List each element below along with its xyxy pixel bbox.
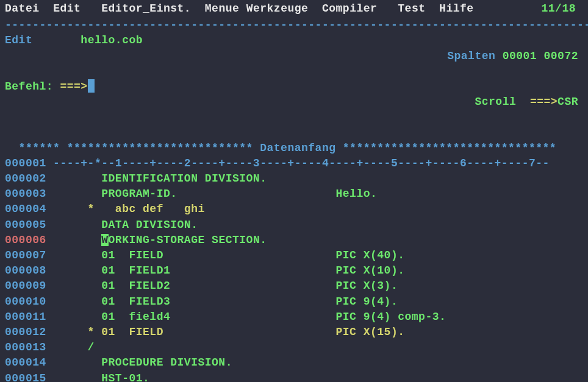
menu-compiler[interactable]: Compiler	[322, 1, 377, 16]
code-text[interactable]: WORKING-STORAGE SECTION.	[46, 233, 267, 248]
code-text[interactable]: 01 FIELD PIC X(40).	[46, 248, 405, 263]
line-number: 000001	[5, 156, 46, 171]
line-number: 000007	[5, 248, 46, 263]
line-number: 000004	[5, 202, 46, 217]
code-line[interactable]: 000001 ----+-*--1----+----2----+----3---…	[0, 156, 588, 171]
line-number: 000002	[5, 171, 46, 186]
line-number: 000006	[5, 233, 46, 248]
code-text[interactable]: HST-01.	[46, 371, 150, 383]
menu-datei[interactable]: Datei	[5, 1, 40, 16]
menu-hilfe[interactable]: Hilfe	[439, 1, 474, 16]
scroll-value[interactable]: CSR	[558, 96, 578, 108]
code-line[interactable]: 000005 DATA DIVISION.	[0, 218, 588, 233]
scroll-label: Scroll	[475, 96, 529, 108]
datenanfang-label: Datenanfang	[260, 142, 335, 154]
code-line[interactable]: 000009 01 FIELD2 PIC X(3).	[0, 278, 588, 294]
text-cursor: W	[101, 234, 108, 246]
code-line[interactable]: 000008 01 FIELD1 PIC X(10).	[0, 263, 588, 278]
spalten-label: Spalten	[447, 50, 495, 62]
menu-menue[interactable]: Menue	[205, 1, 240, 16]
data-start-ruler: ****** *************************** Daten…	[0, 126, 588, 156]
scroll-arrow: ===>	[530, 96, 558, 108]
code-text[interactable]: PROCEDURE DIVISION.	[46, 355, 232, 370]
line-number: 000014	[5, 355, 46, 370]
menu-edit[interactable]: Edit	[53, 1, 81, 16]
code-text[interactable]: 01 FIELD3 PIC 9(4).	[46, 294, 398, 309]
code-line[interactable]: 000010 01 FIELD3 PIC 9(4).	[0, 294, 588, 309]
line-number: 000015	[5, 371, 46, 383]
code-text[interactable]: DATA DIVISION.	[46, 218, 198, 233]
menu-werkzeuge[interactable]: Werkzeuge	[246, 1, 309, 16]
filename: hello.cob	[81, 33, 143, 79]
mode-label: Edit	[5, 33, 32, 79]
command-line[interactable]: Befehl: ===> Scroll ===>CSR	[0, 79, 588, 126]
menubar[interactable]: Datei Edit Editor_Einst. Menue Werkzeuge…	[0, 0, 588, 18]
col-end: 00072	[543, 50, 578, 62]
stars-left: ******	[19, 142, 60, 154]
code-line[interactable]: 000012 * 01 FIELD PIC X(15).	[0, 325, 588, 340]
stars-mid-right: *******************************	[336, 142, 557, 154]
code-text[interactable]: 01 field4 PIC 9(4) comp-3.	[46, 309, 446, 325]
line-number: 000011	[5, 309, 46, 325]
command-cursor[interactable]	[88, 79, 95, 93]
command-arrow: ===>	[60, 79, 87, 126]
code-line[interactable]: 000014 PROCEDURE DIVISION.	[0, 355, 588, 370]
code-line[interactable]: 000004 * abc def ghi	[0, 202, 588, 217]
code-area[interactable]: 000001 ----+-*--1----+----2----+----3---…	[0, 156, 588, 382]
line-number: 000013	[5, 340, 46, 355]
file-header: Edit hello.cob Spalten 00001 00072	[0, 33, 588, 79]
code-line[interactable]: 000011 01 field4 PIC 9(4) comp-3.	[0, 309, 588, 325]
code-line[interactable]: 000013 /	[0, 340, 588, 355]
column-ruler: ----+-*--1----+----2----+----3----+----4…	[46, 156, 550, 171]
code-text[interactable]: PROGRAM-ID. Hello.	[46, 186, 377, 202]
cursor-position: 11/18	[541, 1, 583, 16]
befehl-label: Befehl:	[5, 79, 60, 126]
menu-test[interactable]: Test	[398, 1, 425, 16]
stars-mid-left: ***************************	[60, 142, 260, 154]
code-comment[interactable]: * 01 FIELD PIC X(15).	[46, 325, 405, 340]
col-start: 00001	[503, 50, 537, 62]
line-number: 000010	[5, 294, 46, 309]
code-line[interactable]: 000002 IDENTIFICATION DIVISION.	[0, 171, 588, 186]
code-text[interactable]: 01 FIELD1 PIC X(10).	[46, 263, 405, 278]
code-line[interactable]: 000003 PROGRAM-ID. Hello.	[0, 186, 588, 202]
code-text[interactable]: /	[46, 340, 95, 355]
code-line[interactable]: 000006 WORKING-STORAGE SECTION.	[0, 233, 588, 248]
code-line[interactable]: 000007 01 FIELD PIC X(40).	[0, 248, 588, 263]
top-divider: ----------------------------------------…	[0, 18, 588, 33]
code-text[interactable]: 01 FIELD2 PIC X(3).	[46, 278, 398, 294]
line-number: 000012	[5, 325, 46, 340]
line-number: 000008	[5, 263, 46, 278]
line-number: 000009	[5, 278, 46, 294]
menu-editor-einst[interactable]: Editor_Einst.	[101, 1, 191, 16]
code-line[interactable]: 000015 HST-01.	[0, 371, 588, 383]
code-comment[interactable]: * abc def ghi	[46, 202, 205, 217]
code-text[interactable]: IDENTIFICATION DIVISION.	[46, 171, 267, 186]
line-number: 000003	[5, 186, 46, 202]
line-number: 000005	[5, 218, 46, 233]
